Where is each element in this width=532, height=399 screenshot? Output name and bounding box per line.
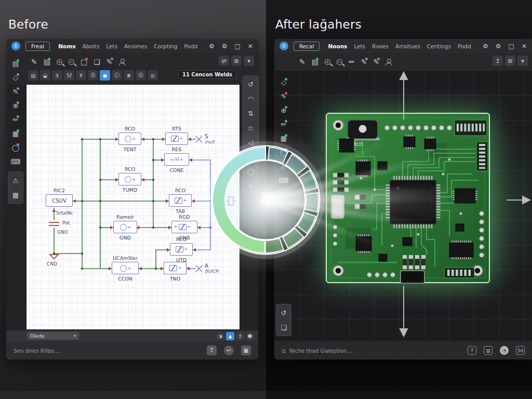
ground-label: CND (47, 261, 57, 267)
quick-tool-icon[interactable]: ❀ (124, 70, 134, 81)
pencil-icon[interactable]: ✏ (349, 58, 355, 66)
rail-sub-panel: ⚠ ▦ (8, 171, 23, 204)
zoom-in-icon[interactable]: + (325, 59, 330, 65)
quick-tool-icon[interactable]: ▤ (28, 70, 38, 81)
text-tool-icon[interactable]: T (468, 346, 476, 355)
pen-icon[interactable]: ✎ (9, 85, 22, 98)
quick-tool-icon[interactable]: Ⓛ (112, 70, 122, 81)
menu-item[interactable]: Arraitues (395, 43, 420, 49)
pen-icon[interactable]: ✎ (277, 89, 290, 103)
lasso-icon[interactable]: ◯ (9, 141, 22, 154)
pen-icon[interactable]: ✎ (31, 58, 37, 66)
panel-icon[interactable]: ⊞ (505, 56, 515, 66)
chevron-down-icon: ▾ (74, 334, 76, 338)
person-icon[interactable] (385, 59, 392, 65)
preferences-gear-icon[interactable]: ⚙ (496, 43, 501, 50)
schematic-component-ccon[interactable]: UCAmSler CCON (112, 262, 139, 274)
face-icon[interactable]: ☻ (246, 332, 254, 340)
rotate-ccw-icon[interactable]: ↺ (244, 77, 258, 91)
preferences-gear-icon[interactable]: ⚙ (222, 43, 228, 50)
settings-gear-icon[interactable]: ⚙ (483, 43, 488, 50)
home-icon[interactable]: ⌂ (282, 347, 286, 354)
menu-item[interactable]: Lets (106, 43, 117, 49)
clock-icon[interactable]: ◔ (500, 346, 509, 355)
schematic-component-tent[interactable]: RCO TENT (118, 132, 141, 145)
before-status-bar: Sen dnes Itlibo.... T ↩ ▦ (6, 341, 258, 360)
history-icon[interactable]: ↺ (277, 306, 290, 320)
annotate-icon[interactable]: ✎ (107, 58, 113, 66)
text-tool-icon[interactable]: T (207, 345, 217, 355)
upload-icon[interactable]: ↥ (236, 332, 244, 340)
app-logo-icon: ① (280, 42, 288, 50)
zoom-in-icon[interactable]: + (57, 59, 62, 65)
clipboard-icon[interactable]: ▤ (312, 58, 318, 66)
shapes-icon[interactable]: ◇ (9, 71, 22, 84)
menu-item[interactable]: Podd (458, 43, 471, 49)
copy-icon[interactable]: ❏ (277, 321, 290, 334)
reply-icon[interactable]: ↩ (224, 345, 234, 355)
menu-item[interactable]: Lets (354, 43, 365, 49)
capacitor-net-label: GNO (57, 230, 68, 235)
arc-icon[interactable]: ◠ (244, 92, 258, 105)
clipboard-icon[interactable]: ▤ (44, 58, 50, 66)
pen-icon[interactable]: ✎ (299, 58, 305, 66)
display-icon[interactable]: 5d (516, 346, 525, 355)
zoom-out-icon[interactable]: − (337, 59, 342, 65)
menu-item[interactable]: Corpting (154, 43, 177, 49)
shapes-icon[interactable]: ◇ (277, 75, 290, 89)
quick-tool-icon[interactable]: Ⓖ (136, 70, 146, 81)
close-icon[interactable]: ✕ (248, 43, 253, 50)
schematic-component-csuv[interactable]: RIC2 CSUV (46, 194, 73, 207)
quick-tool-icon[interactable]: ¥ (76, 70, 86, 81)
close-icon[interactable]: ✕ (522, 43, 527, 50)
diode-symbol (176, 246, 183, 252)
flow-icon[interactable]: ⇄ (219, 56, 229, 66)
keyboard-icon[interactable]: ⌨ (9, 155, 22, 168)
grid-icon[interactable]: ▦ (241, 345, 251, 355)
quick-tool-icon[interactable]: Sf (64, 70, 74, 81)
person-icon[interactable] (119, 59, 125, 65)
menu-item[interactable]: Podd (184, 43, 197, 49)
menu-item[interactable]: Aboits (82, 43, 99, 49)
menu-item[interactable]: Centings (427, 43, 451, 49)
chevron-down-icon[interactable]: ▾ (517, 56, 528, 66)
document-icon[interactable]: ▤ (9, 57, 22, 70)
quick-tool-icon-active[interactable]: ◉ (100, 70, 110, 81)
app-menu-button[interactable]: Freal (25, 42, 50, 51)
menu-item[interactable]: Ansimes (124, 43, 147, 49)
maximize-icon[interactable]: □ (509, 43, 514, 50)
schematic-component-tumd[interactable]: RCO TUMD (118, 173, 141, 185)
menu-item[interactable]: Noons (328, 43, 347, 49)
export-icon[interactable]: ↥ (493, 56, 503, 66)
archive-icon[interactable]: ▤ (484, 346, 493, 355)
panel-icon[interactable]: ⊞ (231, 56, 242, 66)
menu-item[interactable]: Noms (58, 43, 75, 49)
zoom-out-icon[interactable]: − (69, 59, 74, 65)
quick-tool-icon[interactable]: ↯ (52, 70, 62, 81)
schematic-component-gnd[interactable]: Ramelr GND (113, 221, 137, 233)
speed-icon[interactable]: ◑ (216, 332, 224, 340)
schematic-component-tno[interactable]: TNO (164, 262, 187, 274)
library-icon[interactable]: ▦ (9, 188, 22, 202)
pencil-icon[interactable]: ✏ (9, 113, 22, 126)
quick-tool-icon[interactable]: ◒ (40, 70, 50, 81)
sort-icon[interactable]: ⇅ (244, 107, 258, 120)
image-icon[interactable]: ▦ (9, 127, 22, 140)
quick-tool-icon[interactable]: ◎ (148, 70, 158, 81)
file-alert-icon[interactable]: □ (81, 58, 87, 66)
stamp-icon[interactable]: ❏ (94, 58, 100, 66)
annotate-icon[interactable]: ✎ (373, 58, 379, 66)
warning-icon[interactable]: ⚠ (9, 174, 22, 187)
add-icon[interactable]: ⊕ (277, 103, 290, 117)
settings-gear-icon[interactable]: ⚙ (209, 43, 215, 50)
layers-icon[interactable]: ▲ (226, 332, 234, 340)
window-controls: ⚙ ⚙ □ ✕ (483, 43, 527, 50)
layer-dropdown[interactable]: Olede ▾ (27, 332, 79, 340)
quick-tool-icon[interactable]: Ⓢ (88, 70, 98, 81)
add-icon[interactable]: ⊕ (9, 99, 22, 112)
menu-item[interactable]: Rvoes (372, 43, 389, 49)
maximize-icon[interactable]: □ (235, 43, 241, 50)
pen-alt-icon[interactable]: ✎ (361, 58, 367, 66)
app-menu-button[interactable]: Recal (294, 42, 320, 51)
chevron-down-icon[interactable]: ▾ (244, 56, 254, 66)
